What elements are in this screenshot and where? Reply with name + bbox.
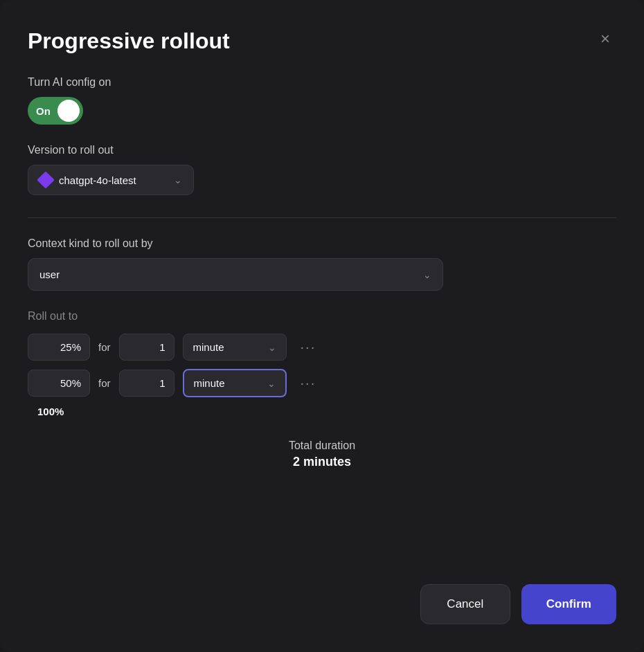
rollout-label: Roll out to bbox=[28, 310, 616, 323]
confirm-button[interactable]: Confirm bbox=[521, 584, 616, 624]
toggle-knob bbox=[57, 100, 80, 122]
unit-text-1: minute bbox=[193, 341, 261, 353]
chevron-down-icon: ⌄ bbox=[267, 378, 276, 389]
diamond-icon bbox=[37, 172, 54, 189]
toggle-section: Turn AI config on On bbox=[28, 76, 616, 125]
hundred-percent-label: 100% bbox=[37, 406, 616, 417]
unit-dropdown-2[interactable]: minute ⌄ bbox=[183, 369, 287, 397]
more-options-button-1[interactable]: ··· bbox=[295, 336, 322, 358]
cancel-button[interactable]: Cancel bbox=[420, 584, 510, 624]
duration-input-2[interactable] bbox=[119, 370, 175, 397]
context-selected-text: user bbox=[39, 269, 423, 280]
total-duration-label: Total duration bbox=[28, 440, 616, 452]
toggle-on-label: On bbox=[36, 105, 51, 117]
more-options-button-2[interactable]: ··· bbox=[295, 372, 322, 394]
footer: Cancel Confirm bbox=[28, 570, 616, 624]
version-section: Version to roll out chatgpt-4o-latest ⌄ bbox=[28, 144, 616, 195]
version-label: Version to roll out bbox=[28, 144, 616, 156]
chevron-down-icon: ⌄ bbox=[423, 269, 431, 280]
for-label-2: for bbox=[98, 377, 111, 389]
rollout-row-1: for minute ⌄ ··· bbox=[28, 334, 616, 361]
for-label-1: for bbox=[98, 341, 111, 353]
context-section: Context kind to roll out by user ⌄ bbox=[28, 237, 616, 291]
duration-input-1[interactable] bbox=[119, 334, 175, 361]
modal-title: Progressive rollout bbox=[28, 28, 230, 54]
context-label: Context kind to roll out by bbox=[28, 237, 616, 250]
percent-input-2[interactable] bbox=[28, 370, 90, 397]
toggle-label: Turn AI config on bbox=[28, 76, 616, 89]
context-dropdown[interactable]: user ⌄ bbox=[28, 258, 443, 291]
rollout-section: Roll out to for minute ⌄ ··· for minute … bbox=[28, 310, 616, 417]
version-dropdown[interactable]: chatgpt-4o-latest ⌄ bbox=[28, 165, 194, 195]
unit-dropdown-1[interactable]: minute ⌄ bbox=[183, 334, 287, 361]
rollout-row-2: for minute ⌄ ··· bbox=[28, 369, 616, 397]
ai-config-toggle[interactable]: On bbox=[28, 97, 83, 125]
chevron-down-icon: ⌄ bbox=[268, 342, 276, 353]
unit-text-2: minute bbox=[194, 377, 260, 389]
chevron-down-icon: ⌄ bbox=[174, 174, 182, 185]
total-duration-value: 2 minutes bbox=[28, 455, 616, 469]
version-selected-text: chatgpt-4o-latest bbox=[59, 174, 167, 186]
modal-header: Progressive rollout × bbox=[28, 28, 616, 54]
toggle-wrapper: On bbox=[28, 97, 616, 125]
total-duration-section: Total duration 2 minutes bbox=[28, 440, 616, 469]
percent-input-1[interactable] bbox=[28, 334, 90, 361]
section-divider bbox=[28, 217, 616, 218]
modal: Progressive rollout × Turn AI config on … bbox=[0, 0, 644, 652]
close-button[interactable]: × bbox=[594, 28, 616, 50]
